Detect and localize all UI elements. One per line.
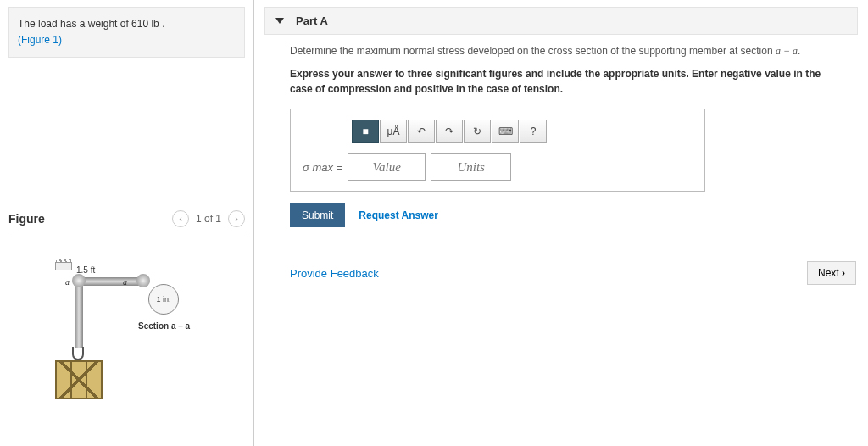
part-a-instruction: Express your answer to three significant… (290, 66, 841, 97)
dimension-horizontal: 1.5 ft (76, 265, 95, 275)
figure-image: 1 in. 1.5 ft a a Section a – a (21, 243, 225, 404)
answer-box: ■ μÅ ↶ ↷ ↻ ⌨ ? σ max = (290, 109, 705, 192)
keyboard-button[interactable]: ⌨ (492, 120, 519, 143)
answer-toolbar: ■ μÅ ↶ ↷ ↻ ⌨ ? (352, 120, 693, 143)
units-input[interactable] (431, 153, 511, 181)
figure-pager: ‹ 1 of 1 › (172, 210, 245, 227)
value-input[interactable] (348, 153, 426, 181)
next-button[interactable]: Next › (807, 261, 856, 285)
section-caption: Section a – a (138, 321, 190, 331)
section-label-a-left: a (65, 277, 70, 287)
help-button[interactable]: ? (520, 120, 547, 143)
reset-button[interactable]: ↻ (464, 120, 491, 143)
figure-next-button[interactable]: › (228, 210, 245, 227)
collapse-caret-icon (275, 18, 284, 24)
section-label-a-right: a (123, 277, 127, 287)
provide-feedback-link[interactable]: Provide Feedback (290, 267, 379, 280)
problem-statement: The load has a weight of 610 lb . (Figur… (8, 7, 245, 58)
submit-button[interactable]: Submit (290, 203, 345, 227)
part-a-header[interactable]: Part A (264, 7, 858, 35)
section-detail-circle: 1 in. (148, 284, 179, 315)
redo-button[interactable]: ↷ (436, 120, 463, 143)
figure-prev-button[interactable]: ‹ (172, 210, 189, 227)
figure-link[interactable]: (Figure 1) (18, 34, 62, 46)
figure-pager-text: 1 of 1 (196, 213, 221, 225)
statement-text: The load has a weight of 610 lb . (18, 18, 164, 30)
part-a-title: Part A (296, 14, 328, 27)
undo-button[interactable]: ↶ (408, 120, 435, 143)
figure-title: Figure (8, 212, 45, 226)
sigma-max-label: σ max = (303, 161, 342, 174)
part-a-prompt: Determine the maximum normal stress deve… (290, 45, 841, 58)
format-tool-button[interactable]: ■ (352, 120, 379, 143)
request-answer-link[interactable]: Request Answer (359, 209, 438, 221)
greek-tool-button[interactable]: μÅ (380, 120, 407, 143)
